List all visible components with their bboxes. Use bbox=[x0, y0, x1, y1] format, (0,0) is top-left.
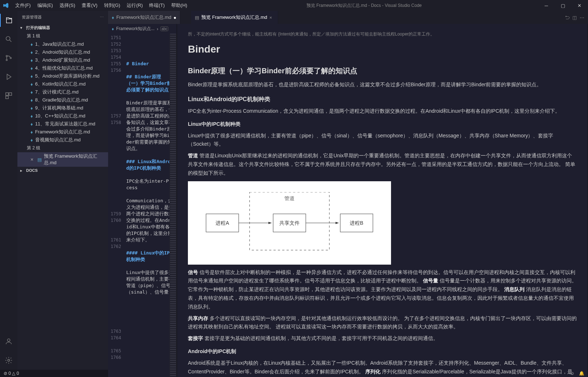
markdown-icon: ♦ bbox=[30, 98, 33, 103]
preview-icon: ▤ bbox=[195, 15, 199, 20]
heading-binder-principle: Binder原理（一）学习Binder前必须要了解的知识点 bbox=[188, 65, 577, 77]
preview-pane: 所，不定的intent方式可多个继续，能主线程有 {Intent的来通知，所定／… bbox=[177, 24, 588, 377]
feedback-icon[interactable]: ☺ bbox=[570, 371, 575, 376]
tab-preview[interactable]: ▤ 预览 Framework知识点汇总.md × bbox=[191, 11, 278, 24]
code-editor[interactable]: 175117521753175417551756 17571758 175917… bbox=[108, 34, 177, 377]
menu-run[interactable]: 运行(R) bbox=[124, 1, 145, 10]
breadcrumb[interactable]: ♦ Framework知识点... › abc bbox=[108, 24, 177, 34]
docs-folder-header[interactable]: ▸ DOCS bbox=[17, 167, 108, 174]
markdown-icon: ♦ bbox=[30, 66, 33, 71]
open-editor-file[interactable]: ♦6、Kotlin知识点汇总.md bbox=[17, 80, 108, 88]
paragraph-pipe: 管道 管道是Linux由Unix那里继承过来的进程间的通信机制，它是Unix早期… bbox=[188, 152, 577, 177]
tab-label: 预览 Framework知识点汇总.md bbox=[201, 14, 267, 21]
split-editor-icon[interactable]: ◫ bbox=[572, 15, 577, 20]
paragraph-signal: 信号 信号是软件层次上对中断机制的一种模拟，是一种异步通信方式，进程不必通过任何… bbox=[188, 268, 577, 311]
open-changes-icon[interactable]: ⮌ bbox=[565, 15, 570, 20]
close-button[interactable]: ✕ bbox=[571, 0, 588, 11]
paragraph-socket: 套接字 套接字是更为基础的进程间通信机制，与其他方式不同的是，套接字可用于不同机… bbox=[188, 334, 577, 343]
file-label: 8、Gradle知识点汇总.md bbox=[35, 97, 88, 103]
markdown-icon: ♦ bbox=[30, 113, 33, 119]
open-editor-file[interactable]: ♦1、Java知识点汇总.md bbox=[17, 40, 108, 48]
status-errors[interactable]: ⊘ 0 bbox=[4, 371, 11, 376]
menu-help[interactable]: 帮助(H) bbox=[168, 1, 190, 10]
menu-file[interactable]: 文件(F) bbox=[12, 1, 34, 10]
open-editor-file[interactable]: ♦7、设计模式汇总.md bbox=[17, 88, 108, 96]
file-label: 音视频知识点汇总.md bbox=[35, 137, 81, 143]
open-editor-file[interactable]: ♦10、C++知识点汇总.md bbox=[17, 112, 108, 120]
heading-binder: Binder bbox=[188, 41, 577, 58]
preview-icon: ▤ bbox=[37, 157, 42, 162]
file-label: 5、Android开源库源码分析.md bbox=[35, 73, 100, 79]
file-label: 1、Java知识点汇总.md bbox=[35, 41, 84, 47]
heading-android-ipc: Android中的IPC机制 bbox=[188, 347, 577, 356]
vscode-logo-icon bbox=[3, 3, 9, 8]
status-warnings[interactable]: △ 0 bbox=[12, 371, 19, 376]
file-label: 10、C++知识点汇总.md bbox=[35, 113, 86, 119]
file-label: 2、Android知识点汇总.md bbox=[35, 49, 90, 55]
close-icon[interactable]: × bbox=[30, 157, 35, 162]
tab-source[interactable]: ♦ Framework知识点汇总.md ● bbox=[108, 11, 180, 24]
group-1-label: 第 1 组 bbox=[17, 32, 108, 40]
svg-point-1 bbox=[6, 55, 8, 57]
open-editor-file[interactable]: ♦3、Android扩展知识点.md bbox=[17, 56, 108, 64]
paragraph-android-ipc: Android系统是基于Linux内核的，在Linux内核基础上，又拓展出了一些… bbox=[188, 359, 577, 377]
markdown-preview[interactable]: 所，不定的intent方式可多个继续，能主线程有 {Intent的来通知，所定／… bbox=[177, 24, 588, 377]
dirty-indicator: ● bbox=[173, 15, 176, 20]
source-control-icon[interactable] bbox=[0, 51, 17, 65]
tab-bar: ♦ Framework知识点汇总.md ● ▤ 预览 Framework知识点汇… bbox=[108, 11, 588, 24]
settings-icon[interactable] bbox=[0, 354, 17, 367]
minimize-button[interactable]: ─ bbox=[538, 0, 555, 11]
svg-point-3 bbox=[10, 57, 12, 59]
explorer-icon[interactable] bbox=[0, 14, 17, 27]
code-content[interactable]: # Binder ## Binder原理（一）学习Binder前必须要了解的知识… bbox=[125, 34, 177, 377]
open-editor-file[interactable]: ♦11、常见面试算法题汇总.md bbox=[17, 120, 108, 128]
open-editor-file[interactable]: ♦音视频知识点汇总.md bbox=[17, 136, 108, 144]
close-tab-icon[interactable]: × bbox=[269, 15, 274, 20]
file-label: Framework知识点汇总.md bbox=[35, 129, 90, 135]
search-icon[interactable] bbox=[0, 33, 17, 46]
paragraph-shm: 共享内存 多个进程可以直接读写的一块内存空间，是针对其他通信机制运行效率较低而设… bbox=[188, 314, 577, 332]
open-editor-file[interactable]: ♦4、性能优化知识点汇总.md bbox=[17, 64, 108, 72]
account-icon[interactable] bbox=[0, 335, 17, 348]
chevron-right-icon: › bbox=[157, 26, 158, 32]
diagram-pipe-label: 管道 bbox=[284, 195, 295, 201]
svg-rect-6 bbox=[6, 96, 8, 99]
menu-terminal[interactable]: 终端(T) bbox=[146, 1, 168, 10]
markdown-icon: ♦ bbox=[112, 26, 114, 32]
open-editor-file[interactable]: ♦8、Gradle知识点汇总.md bbox=[17, 96, 108, 104]
menu-bar: 文件(F) 编辑(E) 选择(S) 查看(V) 转到(G) 运行(R) 终端(T… bbox=[12, 1, 190, 10]
file-label: 11、常见面试算法题汇总.md bbox=[35, 121, 95, 127]
svg-rect-4 bbox=[6, 93, 8, 95]
notifications-icon[interactable]: 🔔 bbox=[579, 371, 584, 376]
open-editor-file[interactable]: ♦9、计算机网络基础.md bbox=[17, 104, 108, 112]
minimap[interactable] bbox=[169, 34, 177, 377]
more-actions-icon[interactable]: ⋯ bbox=[580, 15, 584, 20]
svg-text:进程B: 进程B bbox=[350, 220, 363, 226]
file-label: 4、性能优化知识点汇总.md bbox=[35, 65, 93, 71]
debug-icon[interactable] bbox=[0, 70, 17, 83]
svg-text:共享文件: 共享文件 bbox=[279, 220, 300, 226]
markdown-icon: ♦ bbox=[112, 15, 114, 20]
markdown-icon: ♦ bbox=[30, 129, 33, 135]
file-label: 6、Kotlin知识点汇总.md bbox=[35, 81, 86, 87]
sidebar-more-icon[interactable]: ⋯ bbox=[100, 15, 104, 20]
group-2-label: 第 2 组 bbox=[17, 144, 108, 152]
open-editor-file[interactable]: ♦Framework知识点汇总.md bbox=[17, 128, 108, 136]
editor-area: ♦ Framework知识点汇总.md ● ▤ 预览 Framework知识点汇… bbox=[108, 11, 588, 370]
open-editor-preview[interactable]: × ▤ 预览 Framework知识点汇总.md bbox=[17, 152, 108, 167]
sidebar-title: 资源管理器 bbox=[22, 14, 42, 20]
open-editor-file[interactable]: ♦5、Android开源库源码分析.md bbox=[17, 72, 108, 80]
paragraph: Linux中提供了很多进程间通信机制，主要有管道（pipe）、信号（sinal）… bbox=[188, 132, 577, 149]
menu-go[interactable]: 转到(G) bbox=[101, 1, 123, 10]
maximize-button[interactable]: ▢ bbox=[555, 0, 571, 11]
markdown-icon: ♦ bbox=[30, 137, 33, 143]
svg-text:进程A: 进程A bbox=[215, 220, 229, 226]
menu-selection[interactable]: 选择(S) bbox=[57, 1, 78, 10]
extensions-icon[interactable] bbox=[0, 89, 17, 102]
markdown-icon: ♦ bbox=[30, 90, 33, 95]
menu-edit[interactable]: 编辑(E) bbox=[34, 1, 56, 10]
paragraph: Binder原理是掌握系统底层原理的基石，也是进阶高级工程师的必备知识点，这篇文… bbox=[188, 80, 577, 89]
open-editors-header[interactable]: ▾ 打开的编辑器 bbox=[17, 24, 108, 32]
menu-view[interactable]: 查看(V) bbox=[79, 1, 100, 10]
open-editor-file[interactable]: ♦2、Android知识点汇总.md bbox=[17, 48, 108, 56]
